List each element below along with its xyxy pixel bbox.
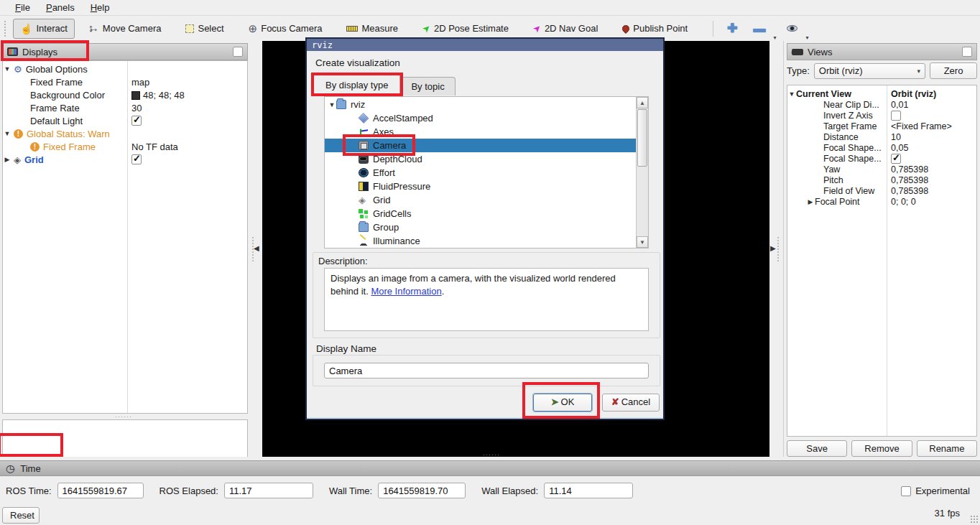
caret-down-icon[interactable]: ▼ — [3, 65, 11, 73]
caret-down-icon[interactable]: ▼ — [328, 101, 336, 108]
checkbox[interactable] — [891, 111, 901, 121]
remove-tool-button[interactable]: ▬ — [746, 20, 772, 37]
row-value[interactable]: <Fixed Frame> — [891, 121, 952, 131]
tree-row-rviz-root[interactable]: ▼ rviz — [325, 98, 648, 111]
interact-tool-button[interactable]: ☝ Interact — [13, 19, 75, 39]
displays-panel-float-button[interactable] — [233, 47, 243, 57]
displays-panel-header[interactable]: Displays — [2, 43, 248, 60]
toolbar-drag-handle[interactable] — [4, 21, 9, 37]
tree-row-partial[interactable] — [325, 248, 648, 248]
wall-elapsed-field[interactable] — [544, 483, 633, 498]
menu-panels[interactable]: Panels — [38, 1, 83, 14]
tree-row-camera[interactable]: Camera — [325, 139, 648, 152]
tree-row-fluidpressure[interactable]: FluidPressure — [325, 180, 648, 193]
wall-time-field[interactable] — [378, 483, 466, 498]
checkbox[interactable] — [891, 154, 901, 164]
display-name-input[interactable] — [324, 363, 649, 378]
chevron-down-icon[interactable]: ▾ — [805, 34, 808, 41]
caret-right-icon[interactable]: ▶ — [3, 156, 11, 163]
tree-row-global-options[interactable]: ▼ ⚙ Global Options — [3, 62, 247, 75]
tree-row-yaw[interactable]: Yaw 0,785398 — [787, 164, 976, 175]
dialog-titlebar[interactable]: rviz — [305, 37, 665, 51]
scroll-up-icon[interactable]: ▲ — [637, 97, 648, 108]
checkbox[interactable] — [131, 154, 142, 164]
tree-row-frame-rate[interactable]: Frame Rate 30 — [3, 101, 247, 114]
time-panel-header[interactable]: ◷ Time — [0, 460, 980, 476]
tree-row-grid[interactable]: ◈ Grid — [325, 193, 648, 207]
tree-row-global-status[interactable]: ▼ ! Global Status: Warn — [3, 127, 247, 140]
more-information-link[interactable]: More Information — [371, 286, 441, 297]
tree-row-distance[interactable]: Distance 10 — [787, 131, 976, 142]
views-panel-header[interactable]: Views — [787, 43, 977, 60]
row-value[interactable]: 30 — [131, 103, 142, 113]
focus-camera-tool-button[interactable]: ⊕ Focus Camera — [242, 19, 329, 39]
measure-tool-button[interactable]: Measure — [340, 19, 405, 37]
tree-row-axes[interactable]: Axes — [325, 125, 648, 139]
experimental-checkbox[interactable] — [901, 486, 911, 496]
tree-row-focal-point[interactable]: ▶ Focal Point 0; 0; 0 — [787, 196, 976, 207]
views-panel-float-button[interactable] — [962, 47, 972, 57]
ros-elapsed-field[interactable] — [224, 483, 313, 498]
tree-row-focal-shape-fixed[interactable]: Focal Shape... — [787, 153, 976, 164]
tree-row-fixed-frame[interactable]: Fixed Frame map — [3, 75, 247, 88]
scroll-down-icon[interactable]: ▼ — [637, 236, 648, 248]
scrollbar[interactable]: ▲ ▼ — [636, 97, 648, 248]
reset-button[interactable]: Reset — [2, 507, 40, 524]
row-value[interactable]: 0,05 — [891, 143, 908, 153]
nav-goal-tool-button[interactable]: ➤ 2D Nav Goal — [527, 19, 604, 37]
pose-estimate-tool-button[interactable]: ➤ 2D Pose Estimate — [416, 19, 515, 37]
tree-row-grid[interactable]: ▶ ◈ Grid — [3, 153, 247, 166]
tree-row-accelstamped[interactable]: AccelStamped — [325, 111, 648, 125]
visibility-tool-button[interactable] — [780, 22, 804, 35]
row-value[interactable]: 0,785398 — [891, 186, 928, 196]
scrollbar-thumb[interactable] — [637, 109, 647, 167]
cancel-button[interactable]: ✘Cancel — [602, 394, 660, 412]
menu-file[interactable]: File — [7, 1, 38, 14]
tree-row-illuminance[interactable]: Illuminance — [325, 234, 648, 248]
tree-row-current-view[interactable]: ▼ Current View Orbit (rviz) — [787, 88, 976, 99]
tree-row-near-clip[interactable]: Near Clip Di... 0,01 — [787, 99, 976, 110]
zero-button[interactable]: Zero — [930, 62, 977, 79]
row-value[interactable]: 0; 0; 0 — [891, 197, 916, 207]
tree-row-field-of-view[interactable]: Field of View 0,785398 — [787, 185, 976, 196]
collapse-left-icon[interactable]: ◀ — [254, 244, 259, 252]
menu-help[interactable]: Help — [83, 1, 118, 14]
caret-down-icon[interactable]: ▼ — [3, 130, 11, 137]
caret-right-icon[interactable]: ▶ — [806, 198, 815, 205]
collapse-right-icon[interactable]: ▶ — [770, 244, 776, 252]
ros-time-field[interactable] — [57, 483, 144, 498]
row-value[interactable]: 0,785398 — [891, 175, 928, 185]
add-tool-button[interactable]: ✚ — [721, 20, 744, 37]
tree-row-background-color[interactable]: Background Color 48; 48; 48 — [3, 88, 247, 101]
checkbox[interactable] — [131, 116, 142, 126]
row-value[interactable]: 10 — [891, 132, 901, 142]
remove-button[interactable]: Remove — [851, 440, 912, 457]
ok-button[interactable]: ➤OK — [533, 394, 592, 412]
save-button[interactable]: Save — [787, 440, 847, 457]
tree-row-focal-shape-size[interactable]: Focal Shape... 0,05 — [787, 142, 976, 153]
publish-point-tool-button[interactable]: Publish Point — [616, 19, 694, 37]
chevron-down-icon[interactable]: ▾ — [773, 34, 776, 41]
tree-row-target-frame[interactable]: Target Frame <Fixed Frame> — [787, 121, 976, 131]
panel-splitter[interactable] — [777, 237, 780, 261]
row-value[interactable]: 0,01 — [891, 100, 908, 110]
tree-row-gridcells[interactable]: GridCells — [325, 207, 648, 220]
caret-down-icon[interactable]: ▼ — [787, 90, 796, 98]
row-value[interactable]: map — [131, 77, 149, 88]
select-tool-button[interactable]: Select — [179, 19, 230, 37]
tree-row-pitch[interactable]: Pitch 0,785398 — [787, 175, 976, 185]
tree-row-invert-z[interactable]: Invert Z Axis — [787, 110, 976, 121]
tree-row-default-light[interactable]: Default Light — [3, 114, 247, 127]
tree-row-effort[interactable]: Effort — [325, 166, 648, 180]
view-type-dropdown[interactable]: Orbit (rviz) ▾ — [814, 63, 925, 79]
window-resize-grip[interactable] — [970, 515, 979, 524]
row-value[interactable]: 48; 48; 48 — [131, 90, 185, 101]
tree-row-depthcloud[interactable]: DepthCloud — [325, 152, 648, 166]
tree-row-group[interactable]: Group — [325, 220, 648, 234]
tree-row-status-fixed-frame[interactable]: ! Fixed Frame No TF data — [3, 140, 247, 153]
tab-by-topic[interactable]: By topic — [400, 77, 455, 96]
move-camera-tool-button[interactable]: ↔↕ Move Camera — [82, 19, 168, 37]
row-value[interactable]: 0,785398 — [891, 164, 928, 175]
rename-button[interactable]: Rename — [917, 440, 977, 457]
tab-by-display-type[interactable]: By display type — [313, 74, 400, 96]
